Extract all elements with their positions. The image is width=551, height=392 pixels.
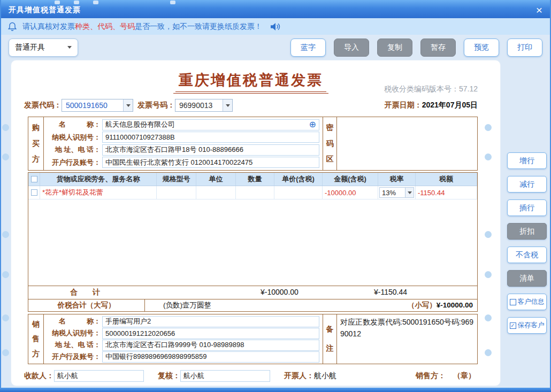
import-button[interactable]: 导入 — [334, 39, 369, 57]
buyer-address-row: 地 址、电 话： 北京市海淀区杏石口路甲18号 010-88896666 — [44, 144, 319, 156]
notice-highlight: 种类、代码、号码 — [75, 22, 135, 30]
header-tax: 税额 — [416, 173, 477, 186]
remark-area[interactable]: 对应正数发票代码:5000191650号码:96990012 — [337, 314, 477, 364]
amount-in-figures-label: （小写） — [408, 301, 437, 309]
seller-address-row: 地 址、电 话： 北京市海淀区杏石口路9999号 010-98989898 — [44, 339, 319, 351]
header-unit: 单位 — [196, 173, 236, 186]
reviewer-label: 复核： — [158, 371, 180, 381]
cell-qty[interactable] — [236, 186, 274, 199]
invoice-code-row: 发票代码： 5000191650 发票号码： 96990013 开票日期：202… — [24, 98, 478, 112]
drawer-value: 航小航 — [314, 371, 336, 381]
total-amount: ¥-10000.00 — [261, 288, 299, 296]
speaker-icon[interactable] — [270, 22, 281, 32]
buyer-fields: 名 称： 航天信息股份有限公司 ⊕ 纳税人识别号： 91110000710927… — [44, 117, 323, 170]
save-customer-button[interactable]: 保存客户 — [507, 317, 547, 334]
bell-icon — [8, 22, 17, 32]
reviewer-input[interactable]: 航小航 — [180, 370, 270, 382]
buyer-section: 购 买 方 名 称： 航天信息股份有限公司 ⊕ 纳税人识别号： 91110000… — [28, 117, 478, 171]
chevron-down-icon[interactable] — [223, 99, 232, 111]
decorative-dot — [485, 231, 492, 238]
cell-price[interactable] — [274, 186, 323, 199]
invoice-form: 重庆增值税普通发票 税收分类编码版本号：57.12 发票代码： 50001916… — [24, 68, 478, 385]
blue-invoice-button[interactable]: 蓝字 — [290, 39, 326, 57]
seller-bank-input[interactable]: 中国银行8989896969898995859 — [102, 351, 319, 363]
background-window-icon — [170, 1, 175, 4]
buyer-side-label: 购 买 方 — [28, 117, 44, 170]
chevron-down-icon[interactable] — [405, 188, 414, 197]
customer-info-button[interactable]: 客户信息 — [507, 294, 547, 310]
buyer-name-input[interactable]: 航天信息股份有限公司 ⊕ — [102, 119, 319, 130]
bottom-bar — [0, 388, 551, 392]
select-all-cell — [28, 173, 40, 186]
print-button[interactable]: 打印 — [507, 39, 542, 57]
toolbar: 普通开具 蓝字 导入 复制 暂存 预览 打印 — [0, 35, 551, 60]
exclude-tax-button[interactable]: 不含税 — [507, 247, 547, 263]
add-customer-icon[interactable]: ⊕ — [309, 120, 316, 129]
add-row-button[interactable]: 增行 — [507, 152, 547, 169]
invoice-mode-value: 普通开具 — [15, 43, 45, 52]
title-bar: 开具增值税普通发票 × — [0, 0, 551, 18]
invoice-code-value: 5000191650 — [62, 101, 111, 110]
goods-table-header: 货物或应税劳务、服务名称 规格型号 单位 数量 单价(含税) 金额(含税) 税率… — [28, 173, 477, 186]
cell-tax-rate: 13% — [378, 186, 416, 199]
buyer-bank-input[interactable]: 中国民生银行北京紫竹支行 0120014170022475 — [102, 157, 319, 168]
seller-side-label: 销 售 方 — [28, 314, 44, 364]
header-qty: 数量 — [236, 173, 274, 186]
buyer-bank-row: 开户行及账号： 中国民生银行北京紫竹支行 0120014170022475 — [44, 157, 319, 168]
tax-rate-select[interactable]: 13% — [379, 187, 414, 198]
decorative-dot — [485, 153, 492, 160]
background-window-icon — [55, 1, 60, 4]
row-checkbox[interactable] — [31, 189, 37, 196]
buyer-address-input[interactable]: 北京市海淀区杏石口路甲18号 010-88896666 — [102, 144, 319, 156]
row-select-cell — [28, 186, 40, 199]
password-area — [337, 117, 477, 170]
list-button[interactable]: 清单 — [507, 270, 547, 287]
notice-suffix: 是否一致，如不一致请更换纸质发票！ — [135, 22, 262, 30]
payee-input[interactable]: 航小航 — [54, 370, 144, 382]
cell-amount[interactable]: -10000.00 — [323, 186, 378, 199]
remark-text: 对应正数发票代码:5000191650号码:96990012 — [337, 314, 477, 342]
seller-taxid-row: 纳税人识别号： 500000191212020656 — [44, 327, 319, 339]
amount-in-figures-value: ¥-10000.00 — [437, 301, 473, 309]
window-border-left — [0, 0, 1, 392]
notice-text: 请认真核对发票种类、代码、号码是否一致，如不一致请更换纸质发票！ — [22, 22, 262, 32]
cell-unit[interactable] — [196, 186, 236, 199]
remove-row-button[interactable]: 减行 — [507, 176, 547, 193]
decorative-dot — [2, 124, 9, 131]
select-all-checkbox[interactable] — [31, 176, 37, 182]
buyer-taxid-input[interactable]: 91110000710927388B — [102, 132, 319, 143]
total-row: 合 计 ¥-10000.00 ¥-1150.44 — [28, 286, 477, 299]
seller-name-row: 名 称： 手册编写用户2 — [44, 316, 319, 327]
seller-name-input[interactable]: 手册编写用户2 — [102, 316, 319, 327]
header-spec: 规格型号 — [157, 173, 196, 186]
insert-row-button[interactable]: 插行 — [507, 199, 547, 216]
seller-fields: 名 称： 手册编写用户2 纳税人识别号： 500000191212020656 … — [44, 314, 323, 364]
save-customer-checkbox[interactable] — [510, 322, 516, 329]
cell-spec[interactable] — [157, 186, 196, 199]
chevron-down-icon[interactable] — [123, 99, 133, 111]
seller-taxid-input[interactable]: 500000191212020656 — [102, 328, 319, 339]
invoice-mode-select[interactable]: 普通开具 — [9, 39, 78, 57]
close-icon[interactable]: × — [536, 4, 542, 16]
window-title: 开具增值税普通发票 — [9, 5, 81, 15]
customer-info-checkbox[interactable] — [510, 299, 516, 305]
invoice-number-select[interactable]: 96990013 — [175, 99, 233, 112]
header-price: 单价(含税) — [274, 173, 323, 186]
invoice-date-label: 开票日期： — [385, 101, 422, 109]
seller-address-input[interactable]: 北京市海淀区杏石口路9999号 010-98989898 — [102, 340, 319, 351]
preview-button[interactable]: 预览 — [464, 39, 499, 57]
amount-in-words-value: (负数)壹万圆整 — [145, 301, 211, 310]
total-label: 合 计 — [70, 288, 100, 297]
cell-goods-name[interactable]: *花卉*鲜切花及花蕾 — [40, 186, 157, 199]
save-draft-button[interactable]: 暂存 — [420, 39, 456, 57]
cell-tax[interactable]: -1150.44 — [416, 186, 477, 199]
decorative-dot — [2, 271, 9, 278]
seller-section: 销 售 方 名 称： 手册编写用户2 纳税人识别号： 5000001912120… — [28, 314, 478, 364]
copy-button[interactable]: 复制 — [377, 39, 412, 57]
remark-label: 备 注 — [323, 314, 337, 364]
invoice-date-value: 2021年07月05日 — [422, 101, 478, 109]
payee-label: 收款人： — [24, 371, 54, 381]
drawer-label: 开票人： — [284, 371, 314, 381]
discount-button[interactable]: 折扣 — [507, 223, 547, 240]
invoice-code-select[interactable]: 5000191650 — [62, 99, 133, 112]
